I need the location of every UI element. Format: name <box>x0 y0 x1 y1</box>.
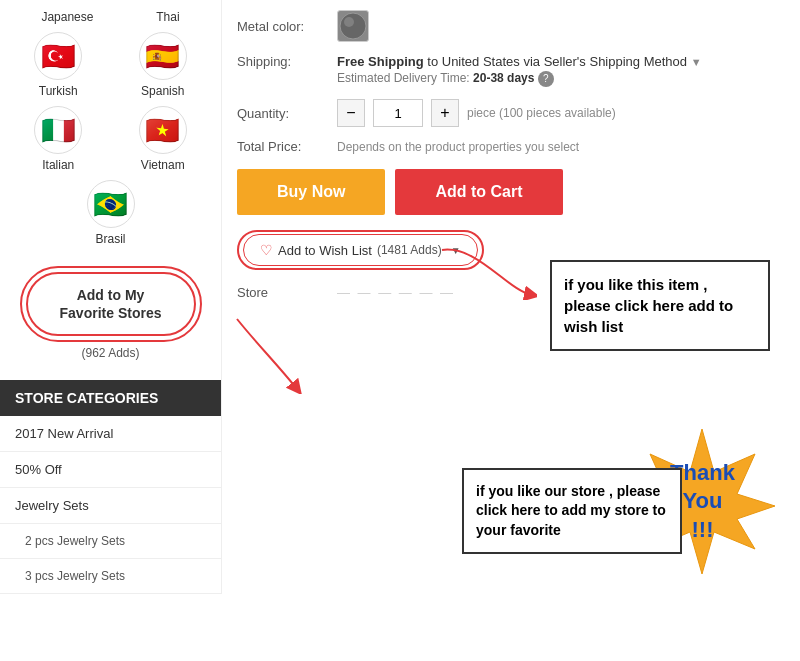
flag-brasil[interactable]: 🇧🇷 Brasil <box>10 180 211 246</box>
wishlist-count: (1481 Adds) <box>377 243 442 257</box>
flag-turkish[interactable]: 🇹🇷 Turkish <box>34 32 82 98</box>
store-label: Store <box>237 285 337 300</box>
quantity-input[interactable] <box>373 99 423 127</box>
shipping-value: Free Shipping to United States via Selle… <box>337 54 785 87</box>
wishlist-callout-text: if you like this item , please click her… <box>564 276 733 335</box>
brasil-flag-icon: 🇧🇷 <box>87 180 135 228</box>
flags-grid: 🇹🇷 Turkish 🇪🇸 Spanish 🇮🇹 Italian 🇻🇳 Viet… <box>10 32 211 172</box>
wishlist-container: ♡ Add to Wish List (1481 Adds) ▼ <box>237 230 484 270</box>
vietnam-label: Vietnam <box>141 158 185 172</box>
italian-flag-icon: 🇮🇹 <box>34 106 82 154</box>
wishlist-label: Add to Wish List <box>278 243 372 258</box>
store-category-list: 2017 New Arrival 50% Off Jewelry Sets 2 … <box>0 416 221 594</box>
spanish-flag-icon: 🇪🇸 <box>139 32 187 80</box>
japanese-label: Japanese <box>41 10 93 24</box>
store-categories-header: STORE CATEGORIES <box>0 380 221 416</box>
store-callout-text: if you like our store , please click her… <box>476 483 666 538</box>
flag-japanese: Japanese <box>41 10 93 24</box>
wishlist-callout: if you like this item , please click her… <box>550 260 770 351</box>
quantity-controls: − + piece (100 pieces available) <box>337 99 785 127</box>
quantity-row: Quantity: − + piece (100 pieces availabl… <box>237 99 785 127</box>
flag-spanish[interactable]: 🇪🇸 Spanish <box>139 32 187 98</box>
shipping-destination: to United States via Seller's Shipping M… <box>427 54 690 69</box>
thai-label: Thai <box>156 10 179 24</box>
turkish-flag-icon: 🇹🇷 <box>34 32 82 80</box>
quantity-decrease-button[interactable]: − <box>337 99 365 127</box>
shipping-label: Shipping: <box>237 54 337 69</box>
svg-point-1 <box>344 17 354 27</box>
category-50-off[interactable]: 50% Off <box>0 452 221 488</box>
flag-italian[interactable]: 🇮🇹 Italian <box>34 106 82 172</box>
total-price-row: Total Price: Depends on the product prop… <box>237 139 785 154</box>
help-icon[interactable]: ? <box>538 71 554 87</box>
flag-vietnam[interactable]: 🇻🇳 Vietnam <box>139 106 187 172</box>
category-2pcs-jewelry[interactable]: 2 pcs Jewelry Sets <box>0 524 221 559</box>
delivery-label: Estimated Delivery Time: <box>337 71 470 85</box>
buy-now-button[interactable]: Buy Now <box>237 169 385 215</box>
add-favorite-section: Add to MyFavorite Stores (962 Adds) <box>0 256 221 370</box>
sidebar: Japanese Thai 🇹🇷 Turkish 🇪🇸 Spanish 🇮🇹 <box>0 0 222 594</box>
flag-thai: Thai <box>156 10 179 24</box>
action-buttons: Buy Now Add to Cart <box>237 169 785 215</box>
total-price-value: Depends on the product properties you se… <box>337 140 785 154</box>
metal-color-row: Metal color: <box>237 10 785 42</box>
heart-icon: ♡ <box>260 242 273 258</box>
add-favorite-count: (962 Adds) <box>81 346 139 360</box>
spanish-label: Spanish <box>141 84 184 98</box>
category-new-arrival[interactable]: 2017 New Arrival <box>0 416 221 452</box>
metal-color-label: Metal color: <box>237 19 337 34</box>
metal-color-value <box>337 10 785 42</box>
turkish-label: Turkish <box>39 84 78 98</box>
add-to-cart-button[interactable]: Add to Cart <box>395 169 562 215</box>
shipping-dropdown-icon[interactable]: ▼ <box>691 56 702 68</box>
category-3pcs-jewelry[interactable]: 3 pcs Jewelry Sets <box>0 559 221 594</box>
category-jewelry-sets[interactable]: Jewelry Sets <box>0 488 221 524</box>
shipping-free-text: Free Shipping <box>337 54 424 69</box>
add-favorite-button[interactable]: Add to MyFavorite Stores <box>26 272 196 336</box>
metal-color-swatch[interactable] <box>337 10 369 42</box>
svg-point-0 <box>340 13 366 39</box>
shipping-row: Shipping: Free Shipping to United States… <box>237 54 785 87</box>
arrow-to-wishlist <box>437 240 537 300</box>
quantity-available: piece (100 pieces available) <box>467 106 616 120</box>
brasil-label: Brasil <box>95 232 125 246</box>
quantity-increase-button[interactable]: + <box>431 99 459 127</box>
store-categories-title: STORE CATEGORIES <box>15 390 158 406</box>
arrow-to-store <box>227 314 307 394</box>
delivery-time-row: Estimated Delivery Time: 20-38 days ? <box>337 71 785 87</box>
delivery-time-value: 20-38 days <box>473 71 534 85</box>
store-callout: if you like our store , please click her… <box>462 468 682 555</box>
quantity-label: Quantity: <box>237 106 337 121</box>
italian-label: Italian <box>42 158 74 172</box>
vietnam-flag-icon: 🇻🇳 <box>139 106 187 154</box>
main-content: Metal color: Shipping: Free Shipping to … <box>222 0 800 594</box>
total-price-label: Total Price: <box>237 139 337 154</box>
flags-section: Japanese Thai 🇹🇷 Turkish 🇪🇸 Spanish 🇮🇹 <box>0 0 221 256</box>
